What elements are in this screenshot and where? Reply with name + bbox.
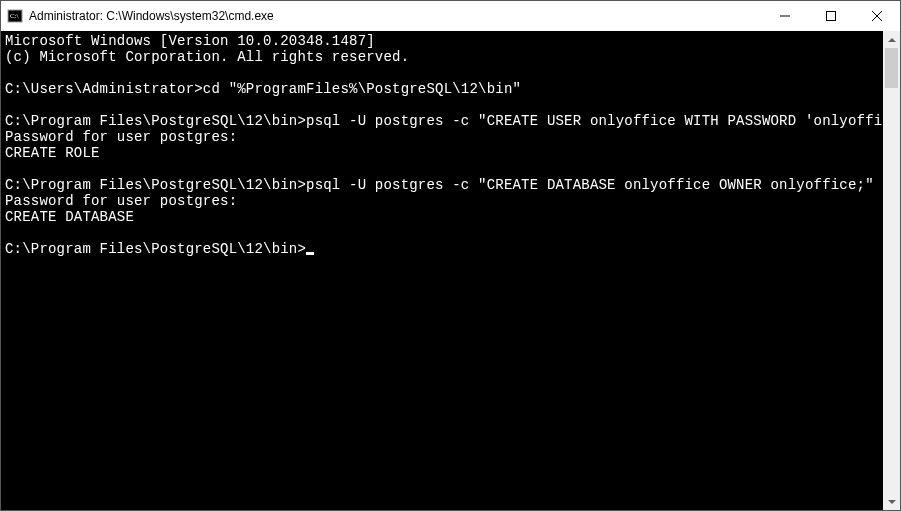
terminal-line: C:\Users\Administrator>cd "%ProgramFiles… (5, 81, 883, 97)
svg-rect-3 (827, 12, 836, 21)
terminal-container: Microsoft Windows [Version 10.0.20348.14… (1, 31, 900, 510)
terminal-line: Microsoft Windows [Version 10.0.20348.14… (5, 33, 883, 49)
cmd-window: C:\ Administrator: C:\Windows\system32\c… (0, 0, 901, 511)
scroll-down-button[interactable] (883, 493, 900, 510)
window-controls (762, 1, 900, 31)
blank-line (5, 97, 883, 113)
scroll-up-button[interactable] (883, 31, 900, 48)
scrollbar-track[interactable] (883, 48, 900, 493)
maximize-button[interactable] (808, 1, 854, 31)
terminal-line: C:\Program Files\PostgreSQL\12\bin>psql … (5, 113, 883, 129)
titlebar[interactable]: C:\ Administrator: C:\Windows\system32\c… (1, 1, 900, 31)
blank-line (5, 225, 883, 241)
terminal-output[interactable]: Microsoft Windows [Version 10.0.20348.14… (1, 31, 883, 510)
blank-line (5, 161, 883, 177)
chevron-up-icon (888, 38, 896, 42)
minimize-button[interactable] (762, 1, 808, 31)
chevron-down-icon (888, 500, 896, 504)
vertical-scrollbar[interactable] (883, 31, 900, 510)
cmd-icon: C:\ (7, 8, 23, 24)
close-button[interactable] (854, 1, 900, 31)
terminal-prompt: C:\Program Files\PostgreSQL\12\bin> (5, 241, 306, 257)
window-title: Administrator: C:\Windows\system32\cmd.e… (29, 9, 274, 23)
terminal-line: Password for user postgres: (5, 193, 883, 209)
terminal-line: C:\Program Files\PostgreSQL\12\bin>psql … (5, 177, 883, 193)
terminal-line: CREATE DATABASE (5, 209, 883, 225)
terminal-line: (c) Microsoft Corporation. All rights re… (5, 49, 883, 65)
terminal-line: CREATE ROLE (5, 145, 883, 161)
cursor (306, 252, 314, 255)
svg-text:C:\: C:\ (10, 12, 19, 20)
terminal-line: Password for user postgres: (5, 129, 883, 145)
blank-line (5, 65, 883, 81)
scrollbar-thumb[interactable] (885, 48, 898, 88)
